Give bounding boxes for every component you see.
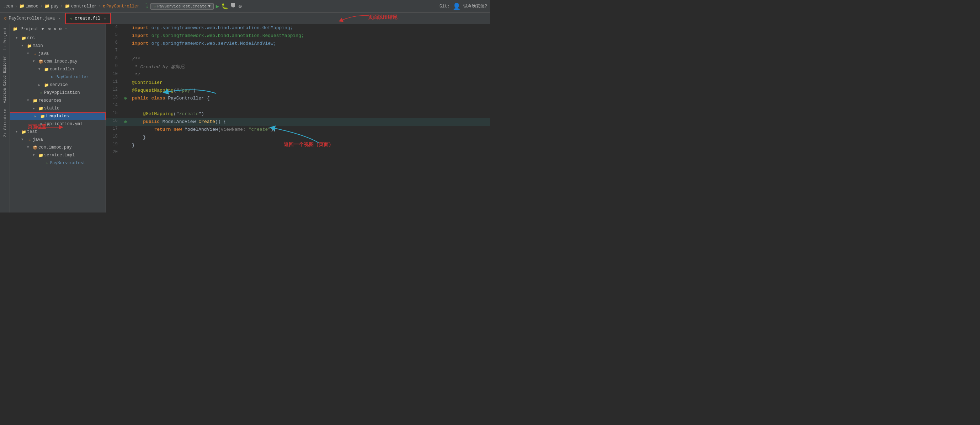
- static-label: static: [44, 106, 59, 111]
- gutter-13: ⊕: [122, 95, 129, 102]
- test-java-icon: ☕: [26, 138, 33, 142]
- serviceimpl-label: service.impl: [44, 153, 75, 158]
- breadcrumb-classname: PayController: [106, 4, 140, 9]
- tree-arrow-java: ▼: [27, 52, 32, 56]
- controller-label: controller: [50, 67, 75, 72]
- toolbar-settings-icon[interactable]: ⚙: [59, 26, 62, 32]
- line-content-19: }: [129, 141, 490, 149]
- tree-arrow-test: ▼: [16, 130, 21, 133]
- code-line-17: 17 return new ModelAndView(viewName: "cr…: [106, 126, 490, 133]
- tree-item-serviceimpl[interactable]: ▼ 📁 service.impl: [10, 151, 106, 159]
- tree-arrow-main: ▼: [21, 44, 26, 48]
- line-content-20: [129, 149, 490, 157]
- code-area: 4 import org.springframework.web.bind.an…: [106, 24, 490, 212]
- side-tab-structure[interactable]: Z: Structure: [2, 106, 8, 140]
- tree-item-service[interactable]: ▶ 📁 service: [10, 81, 106, 89]
- code-line-13: 13 ⊕ public class PayController {: [106, 95, 490, 102]
- tree-item-appyml[interactable]: ⊙ application.yml: [10, 120, 106, 128]
- line-num-10: 10: [106, 71, 122, 79]
- code-line-15: 15 @GetMapping("/create"): [106, 110, 490, 118]
- code-line-6: 6 import org.springframework.web.servlet…: [106, 40, 490, 48]
- code-line-14: 14: [106, 102, 490, 110]
- service-label: service: [50, 82, 68, 87]
- method-selector-label: PayServiceTest.create: [158, 4, 207, 8]
- tree-item-java[interactable]: ▼ ☕ java: [10, 50, 106, 57]
- code-line-8: 8 /**: [106, 56, 490, 63]
- tree-arrow-serviceimpl: ▼: [33, 154, 38, 157]
- tab-bar: C PayController.java ✕ ⬦ create.ftl ✕ 页面…: [0, 13, 490, 24]
- main-label: main: [33, 43, 43, 48]
- breadcrumb-folder2-icon: 📁: [45, 3, 50, 9]
- breadcrumb-controller: controller: [71, 4, 97, 9]
- tree-item-main[interactable]: ▼ 📁 main: [10, 42, 106, 50]
- tree-item-package[interactable]: ▼ 📦 com.imooc.pay: [10, 57, 106, 65]
- gutter-15: [122, 110, 129, 118]
- tab-close-createftl[interactable]: ✕: [104, 16, 106, 21]
- line-content-9: * Created by 廖师兄: [129, 63, 490, 71]
- gutter-6: [122, 40, 129, 48]
- tree-item-test-package[interactable]: ▼ 📦 com.imooc.pay: [10, 144, 106, 151]
- line-content-6: import org.springframework.web.servlet.M…: [129, 40, 490, 48]
- method-selector[interactable]: ⬦ PayServiceTest.create ▼: [150, 3, 214, 10]
- tab-paycontroller[interactable]: C PayController.java ✕: [0, 13, 65, 24]
- appyml-label: application.yml: [44, 122, 83, 127]
- install-prompt: 试今晚安装?: [463, 3, 487, 9]
- toolbar-sort-icon[interactable]: ⇅: [54, 26, 56, 32]
- tab-paycontroller-label: PayController.java: [9, 16, 55, 21]
- tree-item-static[interactable]: ▶ 📁 static: [10, 105, 106, 112]
- code-line-16: 16 ⊕ public ModelAndView create() {: [106, 118, 490, 126]
- test-package-label: com.imooc.pay: [38, 145, 72, 150]
- line-num-8: 8: [106, 56, 122, 63]
- tab-close-paycontroller[interactable]: ✕: [58, 16, 60, 21]
- side-tab-project[interactable]: 1: Project: [2, 24, 8, 53]
- tree-item-test-java[interactable]: ▼ ☕ java: [10, 136, 106, 144]
- toolbar-minimize-icon[interactable]: −: [64, 27, 67, 32]
- tree-item-controller[interactable]: ▼ 📁 controller: [10, 65, 106, 73]
- debug-icon[interactable]: 🐛: [221, 3, 228, 10]
- serviceimpl-icon: 📁: [38, 153, 44, 158]
- tree-item-payapplication[interactable]: ⬦ PayApplication: [10, 89, 106, 97]
- line-num-15: 15: [106, 110, 122, 118]
- tree-item-src[interactable]: ▼ 📁 src: [10, 34, 106, 42]
- line-num-6: 6: [106, 40, 122, 48]
- tree-item-templates[interactable]: ▶ 📁 templates: [10, 112, 106, 120]
- top-bar-right: Git: 👤 试今晚安装?: [439, 3, 487, 10]
- paycontroller-class-icon: C: [49, 75, 56, 79]
- line-num-5: 5: [106, 32, 122, 40]
- package-label: com.imooc.pay: [44, 59, 78, 64]
- package-icon: 📦: [38, 59, 44, 64]
- line-content-4: import org.springframework.web.bind.anno…: [129, 24, 490, 32]
- line-content-18: }: [129, 133, 490, 141]
- service-folder-icon: 📁: [43, 83, 50, 87]
- static-folder-icon: 📁: [38, 106, 44, 111]
- profile-icon[interactable]: ⊕: [238, 3, 242, 10]
- line-num-16: 16: [106, 118, 122, 126]
- git-label: Git:: [439, 4, 450, 9]
- side-tab-cloud[interactable]: Alibaba Cloud Explorer: [2, 53, 8, 106]
- tree-item-test[interactable]: ▼ 📁 test: [10, 128, 106, 136]
- yaml-icon: ⊙: [38, 122, 44, 126]
- test-java-label: java: [33, 137, 43, 142]
- gutter-9: [122, 63, 129, 71]
- java-icon: C: [4, 16, 7, 21]
- breadcrumb-folder3-icon: 📁: [65, 3, 70, 9]
- java-folder-icon: ☕: [32, 52, 38, 56]
- line-num-4: 4: [106, 24, 122, 32]
- code-line-9: 9 * Created by 廖师兄: [106, 63, 490, 71]
- line-content-15: @GetMapping("/create"): [129, 110, 490, 118]
- line-content-5: import org.springframework.web.bind.anno…: [129, 32, 490, 40]
- coverage-icon[interactable]: ⛊: [231, 3, 236, 10]
- tree-item-payservicetest[interactable]: ⬦ PayServiceTest: [10, 159, 106, 167]
- resources-icon: 📁: [32, 98, 38, 103]
- line-num-18: 18: [106, 133, 122, 141]
- tree-item-resources[interactable]: ▼ 📁 resources: [10, 97, 106, 105]
- src-label: src: [27, 35, 35, 41]
- tree-item-paycontroller[interactable]: C PayController: [10, 73, 106, 81]
- tab-createftl[interactable]: ⬦ create.ftl ✕: [65, 13, 111, 24]
- run-button[interactable]: ▶: [216, 3, 220, 10]
- code-line-10: 10 */: [106, 71, 490, 79]
- toolbar-locate-icon[interactable]: ⊕: [48, 26, 51, 32]
- gutter-18: [122, 133, 129, 141]
- line-num-19: 19: [106, 141, 122, 149]
- line-content-7: [129, 48, 490, 56]
